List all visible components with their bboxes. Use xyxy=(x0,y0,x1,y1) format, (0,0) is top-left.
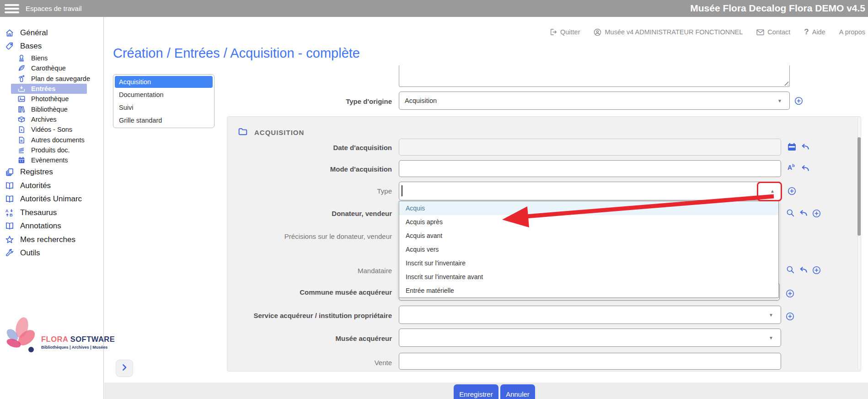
application-window: Espaces de travail Musée Flora Decalog F… xyxy=(0,0,868,399)
extinguisher-icon xyxy=(16,74,27,84)
cancel-button[interactable]: Annuler xyxy=(500,384,535,399)
sidebar-item-carotheque[interactable]: Carothèque xyxy=(0,63,103,73)
page-title: Création / Entrées / Acquisition - compl… xyxy=(113,46,360,61)
dropdown-option[interactable]: Entrée matérielle xyxy=(399,284,778,297)
sidebar-item-general[interactable]: Général xyxy=(0,26,103,40)
sidebar-item-produits-doc[interactable]: Produits doc. xyxy=(0,145,103,155)
calendar-icon[interactable] xyxy=(788,143,796,153)
feather-icon xyxy=(16,63,27,73)
svg-text:B: B xyxy=(10,213,13,217)
text-format-icon[interactable]: Ab xyxy=(788,163,795,171)
quit-link[interactable]: Quitter xyxy=(550,28,580,36)
vente-label: Vente xyxy=(209,359,392,367)
contact-link[interactable]: Contact xyxy=(756,28,790,36)
sidebar-item-biens[interactable]: Biens xyxy=(0,53,103,63)
open-box-icon xyxy=(16,114,27,124)
books-icon xyxy=(16,104,27,114)
sidebar-item-phototheque[interactable]: Photothèque xyxy=(0,94,103,104)
type-dropdown-list: Acquis Acquis après Acquis avant Acquis … xyxy=(399,201,779,298)
sidebar-item-mes-recherches[interactable]: Mes recherches xyxy=(0,233,103,247)
add-occurrence-button[interactable] xyxy=(786,312,794,323)
sidebar-item-bibliotheque[interactable]: Bibliothèque xyxy=(0,104,103,114)
logo-wordmark: FLORA SOFTWARE xyxy=(41,335,115,344)
sidebar-item-annotations[interactable]: Annotations xyxy=(0,219,103,233)
dropdown-option[interactable]: Acquis avant xyxy=(399,229,778,243)
annotation-highlight-box xyxy=(757,182,782,201)
musee-acquereur-select[interactable]: ▼ xyxy=(399,329,781,347)
chevron-down-icon: ▼ xyxy=(777,98,782,103)
sidebar-item-archives[interactable]: Archives xyxy=(0,114,103,124)
date-acquisition-input[interactable] xyxy=(399,139,781,156)
tab-acquisition[interactable]: Acquisition xyxy=(115,76,213,88)
text-cursor xyxy=(402,185,402,196)
workspaces-link[interactable]: Espaces de travail xyxy=(26,5,82,12)
service-acquereur-select[interactable]: ▼ xyxy=(399,306,781,324)
question-mark-icon: ? xyxy=(804,27,809,37)
dropdown-option[interactable]: Acquis xyxy=(399,201,778,215)
logo-tagline: Bibliothèques | Archives | Musées xyxy=(41,345,107,350)
flora-flower-icon xyxy=(3,349,41,356)
undo-icon[interactable] xyxy=(799,209,808,219)
dropdown-option[interactable]: Inscrit sur l'inventaire xyxy=(399,256,778,270)
sidebar-item-autorites-unimarc[interactable]: Autorités Unimarc xyxy=(0,192,103,206)
musee-acquereur-label: Musée acquéreur xyxy=(209,334,392,342)
tab-suivi[interactable]: Suivi xyxy=(115,102,213,113)
add-occurrence-button[interactable] xyxy=(812,266,821,276)
add-occurrence-button[interactable] xyxy=(794,97,803,107)
resize-handle-icon[interactable] xyxy=(782,80,788,86)
calendar-grid-icon xyxy=(16,155,27,165)
sidebar-item-evenements[interactable]: Evènements xyxy=(0,155,103,165)
type-origine-select[interactable]: Acquisition ▼ xyxy=(399,92,790,110)
home-icon xyxy=(5,28,15,38)
mandataire-label: Mandataire xyxy=(209,267,392,275)
sidebar-item-plan-de-sauvegarde[interactable]: Plan de sauvegarde xyxy=(0,74,103,84)
add-occurrence-button[interactable] xyxy=(812,209,821,220)
add-occurrence-button[interactable] xyxy=(786,289,794,300)
user-bar: Quitter Musée v4 ADMINISTRATEUR FONCTION… xyxy=(550,27,865,37)
expand-panel-button[interactable] xyxy=(116,360,133,377)
account-link[interactable]: Musée v4 ADMINISTRATEUR FONCTIONNEL xyxy=(594,28,743,36)
sidebar-item-autres-documents[interactable]: Autres documents xyxy=(0,135,103,145)
dropdown-option[interactable]: Acquis après xyxy=(399,215,778,229)
about-link[interactable]: A propos xyxy=(839,28,865,36)
sidebar-item-videos-sons[interactable]: Vidéos - Sons xyxy=(0,124,103,135)
sidebar-item-outils[interactable]: Outils xyxy=(0,246,103,260)
hamburger-menu-icon[interactable] xyxy=(5,2,19,15)
dropdown-option[interactable]: Inscrit sur l'inventaire avant xyxy=(399,270,778,284)
wrench-icon xyxy=(5,248,15,258)
save-button[interactable]: Enregistrer xyxy=(454,384,498,399)
search-icon[interactable] xyxy=(786,209,794,219)
search-icon[interactable] xyxy=(786,265,794,275)
section-scrollbar-thumb[interactable] xyxy=(857,137,861,236)
document-icon xyxy=(16,135,27,145)
open-book-icon xyxy=(5,221,15,231)
folder-icon[interactable] xyxy=(238,128,247,137)
tab-grille-standard[interactable]: Grille standard xyxy=(115,114,213,126)
sidebar-item-registres[interactable]: Registres xyxy=(0,165,103,179)
sidebar-item-thesaurus[interactable]: AB Thesaurus xyxy=(0,206,103,220)
dropdown-option[interactable]: Acquis vers xyxy=(399,243,778,256)
sidebar-item-autorites[interactable]: Autorités xyxy=(0,179,103,193)
image-icon xyxy=(16,94,27,104)
grid-tab-list: Acquisition Documentation Suivi Grille s… xyxy=(113,74,214,128)
add-occurrence-button[interactable] xyxy=(788,187,796,197)
undo-icon[interactable] xyxy=(801,164,809,174)
sidebar-item-entrees[interactable]: Entrées xyxy=(11,84,87,94)
sidebar-item-bases[interactable]: Bases xyxy=(0,40,103,54)
mode-acquisition-input[interactable] xyxy=(399,160,781,177)
commune-musee-acquereur-label: Commune musée acquéreur xyxy=(209,288,392,296)
vente-input[interactable] xyxy=(399,353,781,370)
top-bar: Espaces de travail Musée Flora Decalog F… xyxy=(0,0,868,17)
mode-acquisition-label: Mode d'acquisition xyxy=(209,165,392,173)
undo-icon[interactable] xyxy=(799,266,808,275)
sheets-icon xyxy=(16,145,27,155)
inbox-icon xyxy=(16,84,27,94)
tag-icon xyxy=(5,41,15,51)
notes-textarea[interactable] xyxy=(399,65,790,87)
stamp-icon xyxy=(16,53,27,63)
help-link[interactable]: ? Aide xyxy=(804,27,825,37)
copies-icon xyxy=(5,167,15,177)
undo-icon[interactable] xyxy=(801,143,809,152)
tab-documentation[interactable]: Documentation xyxy=(115,89,213,101)
type-combobox-input[interactable] xyxy=(399,182,781,200)
